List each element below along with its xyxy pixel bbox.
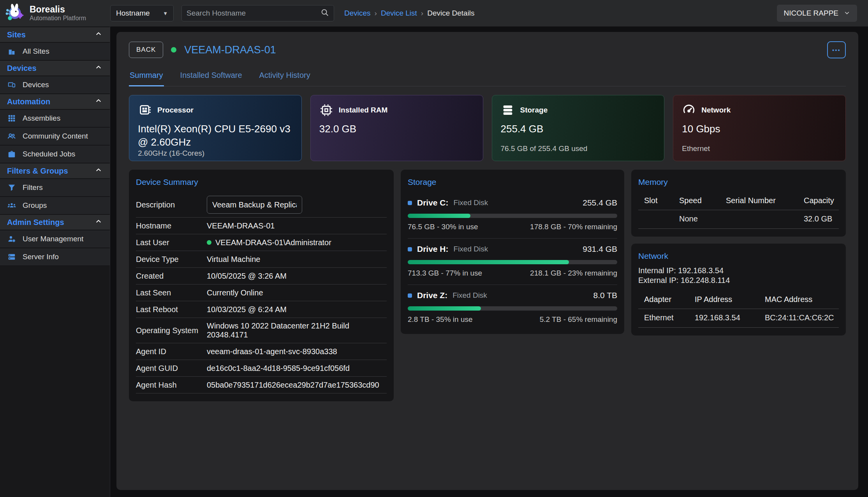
column-header: Capacity xyxy=(804,196,839,205)
sidebar-section-admin-settings[interactable]: Admin Settings xyxy=(0,214,110,230)
internal-ip: Internal IP: 192.168.3.54 xyxy=(638,266,839,275)
sidebar: Sites All Sites Devices Devices Automati… xyxy=(0,26,110,497)
tab-summary[interactable]: Summary xyxy=(129,68,164,86)
drive-usage-track xyxy=(408,306,617,311)
section-label: Admin Settings xyxy=(7,218,64,227)
drive-usage-bar xyxy=(408,214,470,218)
row-label: Last Reboot xyxy=(136,305,207,314)
app-window: Borealis Automation Platform Hostname ▼ … xyxy=(0,0,868,497)
drive-used-label: 2.8 TB - 35% in use xyxy=(408,315,473,324)
summary-row-device-type: Device Type Virtual Machine xyxy=(136,251,387,268)
sidebar-item-groups[interactable]: Groups xyxy=(0,196,110,214)
sidebar-section-filters-groups[interactable]: Filters & Groups xyxy=(0,163,110,178)
storage-icon xyxy=(501,103,515,117)
memory-panel: Memory Slot Speed Serial Number Capacity… xyxy=(631,170,846,237)
server-icon xyxy=(7,252,16,262)
drive-used-label: 76.5 GB - 30% in use xyxy=(408,223,478,231)
column-header: Slot xyxy=(644,196,679,205)
detail-panels: Device Summary Description Hostname VEEA… xyxy=(129,170,846,401)
groups-icon xyxy=(7,201,16,210)
sidebar-item-scheduled-jobs[interactable]: Scheduled Jobs xyxy=(0,145,110,163)
drive-bullet-icon xyxy=(408,293,412,298)
network-card: Network 10 Gbps Ethernet xyxy=(673,95,846,161)
sidebar-section-automation[interactable]: Automation xyxy=(0,93,110,109)
sidebar-section-sites[interactable]: Sites xyxy=(0,26,110,42)
row-value: 10/05/2025 @ 3:26 AM xyxy=(207,272,287,281)
row-value: Windows 10 2022 Datacenter 21H2 Build 20… xyxy=(207,321,387,339)
summary-row-description: Description xyxy=(136,192,387,218)
card-title: Installed RAM xyxy=(339,106,388,114)
drive-row-c: Drive C: Fixed Disk 255.4 GB 76.5 GB - 3… xyxy=(408,192,617,239)
ram-icon xyxy=(319,103,333,117)
sidebar-item-community-content[interactable]: Community Content xyxy=(0,127,110,145)
summary-row-last-reboot: Last Reboot 10/03/2025 @ 6:24 AM xyxy=(136,301,387,318)
device-header: BACK VEEAM-DRAAS-01 ••• xyxy=(129,41,846,58)
sidebar-item-filters[interactable]: Filters xyxy=(0,178,110,196)
sidebar-item-label: User Management xyxy=(23,235,83,243)
search-icon xyxy=(320,8,329,18)
people-icon xyxy=(7,132,16,141)
search-field-select[interactable]: Hostname ▼ xyxy=(110,5,174,21)
content-area: BACK VEEAM-DRAAS-01 ••• Summary Installe… xyxy=(110,26,868,497)
search-input[interactable] xyxy=(187,9,320,18)
device-details-panel: BACK VEEAM-DRAAS-01 ••• Summary Installe… xyxy=(116,32,858,490)
sidebar-item-label: Groups xyxy=(23,201,47,210)
grid-icon xyxy=(7,114,16,123)
right-column: Memory Slot Speed Serial Number Capacity… xyxy=(631,170,846,335)
breadcrumb-separator: › xyxy=(421,9,423,18)
sidebar-item-label: Server Info xyxy=(23,253,59,261)
row-label: Agent Hash xyxy=(136,381,207,390)
drive-type: Fixed Disk xyxy=(452,291,487,300)
row-value: veeam-draas-01-agent-svc-8930a338 xyxy=(207,347,337,356)
installed-ram-card: Installed RAM 32.0 GB xyxy=(310,95,483,161)
sidebar-item-devices[interactable]: Devices xyxy=(0,76,110,93)
summary-row-created: Created 10/05/2025 @ 3:26 AM xyxy=(136,268,387,285)
breadcrumb: Devices › Device List › Device Details xyxy=(344,9,475,18)
breadcrumb-current: Device Details xyxy=(427,9,474,18)
column-header: Speed xyxy=(679,196,726,205)
card-subtext: 76.5 GB of 255.4 GB used xyxy=(501,144,656,153)
borealis-logo-icon xyxy=(5,2,25,24)
drive-name: Drive Z: xyxy=(417,291,447,300)
network-panel: Network Internal IP: 192.168.3.54 Extern… xyxy=(631,244,846,335)
description-input[interactable] xyxy=(207,196,302,214)
column-header: IP Address xyxy=(695,295,765,304)
memory-capacity: 32.0 GB xyxy=(804,214,839,223)
row-label: Operating System xyxy=(136,326,207,335)
adapter-ip: 192.168.3.54 xyxy=(695,313,765,322)
drive-remaining-label: 218.1 GB - 23% remaining xyxy=(530,269,617,277)
user-menu-button[interactable]: NICOLE RAPPE xyxy=(777,5,857,22)
sidebar-item-server-info[interactable]: Server Info xyxy=(0,248,110,265)
drive-usage-track xyxy=(408,260,617,264)
sidebar-section-devices[interactable]: Devices xyxy=(0,60,110,76)
drive-remaining-label: 5.2 TB - 65% remaining xyxy=(540,315,617,324)
sidebar-item-user-management[interactable]: User Management xyxy=(0,230,110,248)
chevron-down-icon xyxy=(844,10,850,17)
sidebar-item-label: Scheduled Jobs xyxy=(23,150,75,158)
drive-name: Drive H: xyxy=(417,244,449,254)
sidebar-item-assemblies[interactable]: Assemblies xyxy=(0,109,110,127)
sidebar-item-all-sites[interactable]: All Sites xyxy=(0,42,110,60)
breadcrumb-devices[interactable]: Devices xyxy=(344,9,371,18)
tab-bar: Summary Installed Software Activity Hist… xyxy=(129,68,846,86)
panel-title: Device Summary xyxy=(136,177,387,187)
drive-name: Drive C: xyxy=(417,198,449,207)
breadcrumb-device-list[interactable]: Device List xyxy=(381,9,417,18)
tab-activity-history[interactable]: Activity History xyxy=(259,68,311,86)
drive-usage-track xyxy=(408,214,617,218)
row-label: Agent GUID xyxy=(136,364,207,373)
user-gear-icon xyxy=(7,234,16,244)
section-label: Automation xyxy=(7,97,50,106)
row-value: de16c0c1-8aa2-4d18-9585-9ce91cf056fd xyxy=(207,364,350,373)
back-button[interactable]: BACK xyxy=(129,42,163,58)
brand-text: Borealis Automation Platform xyxy=(30,5,86,21)
ellipsis-menu-button[interactable]: ••• xyxy=(827,41,846,58)
drive-used-label: 713.3 GB - 77% in use xyxy=(408,269,482,277)
gauge-icon xyxy=(682,103,696,117)
storage-card: Storage 255.4 GB 76.5 GB of 255.4 GB use… xyxy=(492,95,665,161)
card-value: 10 Gbps xyxy=(682,123,837,136)
row-value: 10/03/2025 @ 6:24 AM xyxy=(207,305,287,314)
summary-row-last-user: Last User VEEAM-DRAAS-01\Administrator xyxy=(136,234,387,251)
tab-installed-software[interactable]: Installed Software xyxy=(180,68,243,86)
chevron-up-icon xyxy=(95,218,102,227)
